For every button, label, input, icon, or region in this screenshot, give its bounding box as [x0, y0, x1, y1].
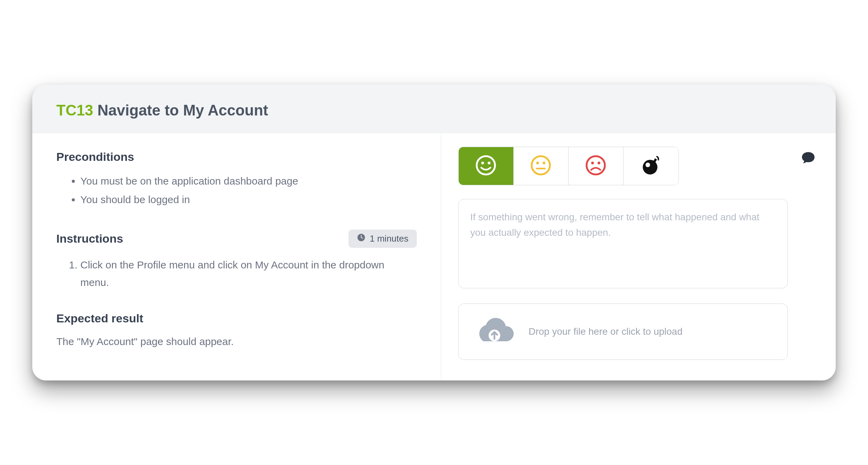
time-label: 1 minutes	[370, 233, 409, 244]
comment-icon[interactable]	[801, 150, 816, 360]
test-case-card: TC13 Navigate to My Account Precondition…	[32, 85, 836, 380]
right-panel: Drop your file here or click to upload	[441, 133, 836, 380]
svg-point-12	[646, 163, 650, 167]
page-title: TC13 Navigate to My Account	[56, 102, 812, 119]
cloud-upload-icon	[474, 315, 515, 348]
test-case-title: Navigate to My Account	[98, 102, 268, 119]
instructions-header-row: Instructions 1 minutes	[56, 230, 417, 248]
test-case-id: TC13	[56, 102, 93, 119]
frown-icon	[585, 154, 607, 178]
expected-text: The "My Account" page should appear.	[56, 333, 417, 350]
rating-neutral-button[interactable]	[514, 147, 569, 185]
svg-point-5	[536, 162, 539, 164]
list-item: You should be logged in	[80, 190, 417, 209]
svg-point-3	[488, 162, 490, 164]
right-side-toolbar	[798, 147, 819, 360]
svg-point-4	[532, 156, 550, 174]
smile-icon	[475, 154, 497, 178]
instructions-heading: Instructions	[56, 232, 123, 245]
list-item: Click on the Profile menu and click on M…	[80, 256, 417, 291]
upload-text: Drop your file here or click to upload	[529, 324, 683, 339]
svg-point-2	[481, 162, 484, 164]
preconditions-heading: Preconditions	[56, 150, 417, 164]
card-body: Preconditions You must be on the applica…	[32, 133, 836, 380]
rating-group	[458, 147, 679, 185]
clock-icon	[357, 233, 366, 244]
svg-point-8	[586, 156, 605, 174]
rating-blocked-button[interactable]	[624, 147, 678, 185]
right-main: Drop your file here or click to upload	[458, 147, 788, 360]
svg-point-9	[591, 162, 594, 164]
file-upload-dropzone[interactable]: Drop your file here or click to upload	[458, 303, 788, 360]
instructions-list: Click on the Profile menu and click on M…	[56, 256, 417, 291]
comment-input[interactable]	[458, 199, 788, 288]
neutral-icon	[530, 154, 552, 178]
left-panel: Preconditions You must be on the applica…	[32, 133, 441, 380]
svg-point-1	[477, 156, 495, 174]
preconditions-list: You must be on the application dashboard…	[56, 172, 417, 209]
expected-heading: Expected result	[56, 312, 417, 325]
time-badge: 1 minutes	[349, 230, 417, 248]
svg-point-6	[542, 162, 545, 164]
list-item: You must be on the application dashboard…	[80, 172, 417, 190]
bomb-icon	[640, 154, 662, 178]
card-header: TC13 Navigate to My Account	[32, 85, 836, 133]
rating-pass-button[interactable]	[459, 147, 514, 185]
rating-fail-button[interactable]	[569, 147, 624, 185]
svg-point-10	[597, 162, 600, 164]
